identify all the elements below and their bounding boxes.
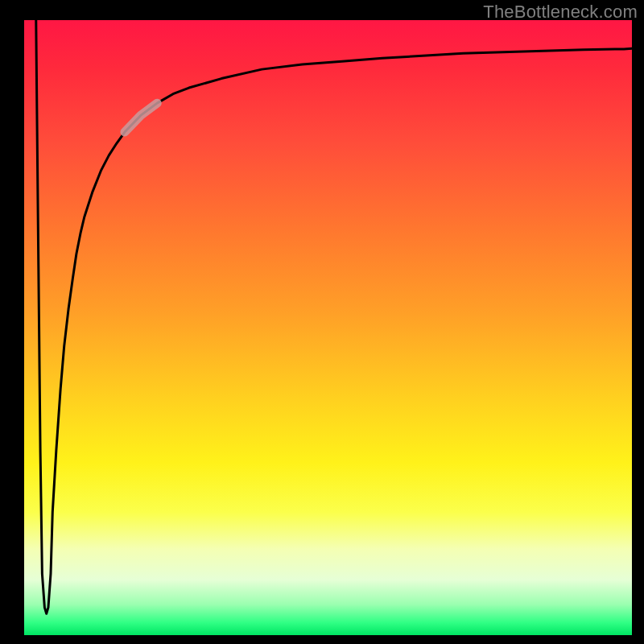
curve-highlight-segment — [125, 103, 157, 132]
left-axis-mask — [20, 20, 24, 635]
bottleneck-curve — [20, 20, 632, 635]
chart-frame: TheBottleneck.com — [0, 0, 644, 644]
watermark-text: TheBottleneck.com — [483, 2, 638, 23]
curve-path — [36, 20, 632, 613]
